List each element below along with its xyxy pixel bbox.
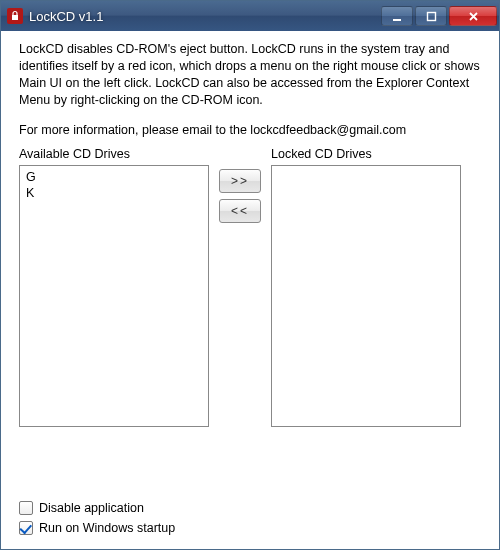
maximize-button[interactable] — [415, 6, 447, 26]
move-buttons: >> << — [209, 147, 271, 223]
locked-listbox[interactable] — [271, 165, 461, 427]
titlebar[interactable]: LockCD v1.1 — [1, 1, 499, 31]
svg-rect-1 — [393, 19, 401, 21]
available-listbox[interactable]: GK — [19, 165, 209, 427]
list-item[interactable]: G — [26, 169, 202, 186]
description-text: LockCD disables CD-ROM's eject button. L… — [19, 41, 481, 109]
app-icon — [7, 8, 23, 24]
window-buttons — [379, 6, 497, 26]
minimize-button[interactable] — [381, 6, 413, 26]
disable-label: Disable application — [39, 501, 144, 515]
content-area: LockCD disables CD-ROM's eject button. L… — [1, 31, 499, 549]
locked-column: Locked CD Drives — [271, 147, 461, 427]
options: Disable application Run on Windows start… — [19, 501, 481, 535]
main-window: LockCD v1.1 LockCD disables CD-ROM's eje… — [0, 0, 500, 550]
svg-rect-2 — [427, 12, 435, 20]
run-on-startup-option[interactable]: Run on Windows startup — [19, 521, 481, 535]
drive-lists: Available CD Drives GK >> << Locked CD D… — [19, 147, 481, 427]
move-left-button[interactable]: << — [219, 199, 261, 223]
startup-checkbox[interactable] — [19, 521, 33, 535]
startup-label: Run on Windows startup — [39, 521, 175, 535]
available-label: Available CD Drives — [19, 147, 209, 161]
disable-application-option[interactable]: Disable application — [19, 501, 481, 515]
close-button[interactable] — [449, 6, 497, 26]
svg-rect-0 — [12, 15, 18, 20]
move-right-button[interactable]: >> — [219, 169, 261, 193]
info-text: For more information, please email to th… — [19, 123, 481, 137]
locked-label: Locked CD Drives — [271, 147, 461, 161]
list-item[interactable]: K — [26, 185, 202, 202]
available-column: Available CD Drives GK — [19, 147, 209, 427]
window-title: LockCD v1.1 — [29, 9, 379, 24]
disable-checkbox[interactable] — [19, 501, 33, 515]
